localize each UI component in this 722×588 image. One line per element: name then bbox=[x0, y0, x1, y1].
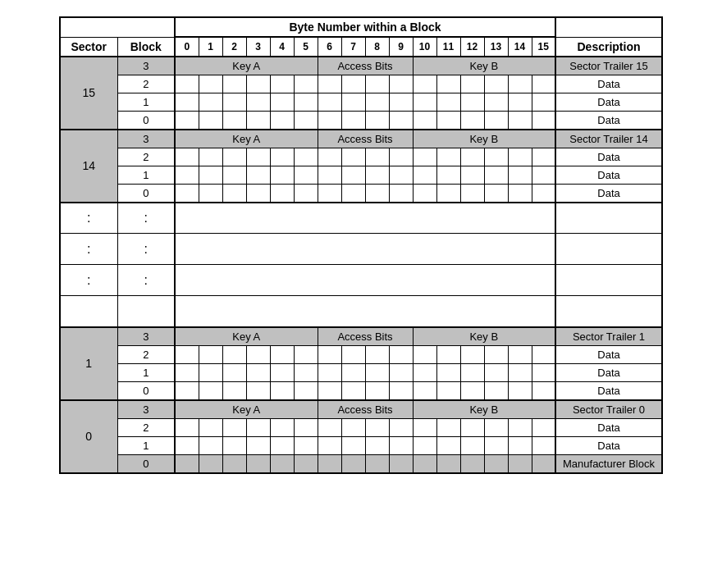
byte-15-header: 15 bbox=[532, 37, 555, 57]
sector0-keya: Key A bbox=[175, 400, 318, 419]
column-headers-row: Sector Block 0 1 2 3 4 5 6 7 8 9 10 11 1… bbox=[60, 37, 662, 57]
byte-12-header: 12 bbox=[460, 37, 484, 57]
sector14-block3-row: 14 3 Key A Access Bits Key B Sector Trai… bbox=[60, 130, 662, 148]
sector0-block2-row: 2 Data bbox=[60, 418, 662, 436]
sector1-block2-row: 2 Data bbox=[60, 345, 662, 363]
sector15-accessbits: Access Bits bbox=[318, 57, 413, 75]
main-table: Byte Number within a Block Sector Block … bbox=[59, 16, 663, 474]
sector14-accessbits: Access Bits bbox=[318, 130, 413, 148]
sector1-keyb: Key B bbox=[413, 327, 555, 346]
sector-column-header: Sector bbox=[60, 37, 117, 57]
sector15-block3-row: 15 3 Key A Access Bits Key B Sector Trai… bbox=[60, 57, 662, 75]
sector0-label: 0 bbox=[60, 400, 117, 473]
sector14-block3-num: 3 bbox=[117, 130, 175, 148]
byte-number-title: Byte Number within a Block bbox=[175, 17, 555, 37]
sector14-block2-row: 2 Data bbox=[60, 148, 662, 166]
sector15-keyb: Key B bbox=[413, 57, 555, 75]
description-column-header: Description bbox=[555, 37, 662, 57]
sector14-block1-row: 1 Data bbox=[60, 166, 662, 184]
sector0-block0-row: 0 Manufacturer Block bbox=[60, 454, 662, 473]
byte-1-header: 1 bbox=[199, 37, 222, 57]
byte-0-header: 0 bbox=[175, 37, 199, 57]
sector1-accessbits: Access Bits bbox=[318, 327, 413, 346]
dots-row-2: : : bbox=[60, 234, 662, 265]
sector15-block1-row: 1 Data bbox=[60, 93, 662, 111]
byte-4-header: 4 bbox=[270, 37, 294, 57]
sector14-keyb: Key B bbox=[413, 130, 555, 148]
sector15-block1-desc: Data bbox=[555, 93, 662, 111]
sector14-keya: Key A bbox=[175, 130, 318, 148]
sector1-block3-row: 1 3 Key A Access Bits Key B Sector Trail… bbox=[60, 327, 662, 346]
sector0-block3-desc: Sector Trailer 0 bbox=[555, 400, 662, 419]
byte-7-header: 7 bbox=[341, 37, 365, 57]
dots-row-3: : : bbox=[60, 265, 662, 296]
byte-number-header-row: Byte Number within a Block bbox=[60, 17, 662, 37]
sector15-keya: Key A bbox=[175, 57, 318, 75]
byte-10-header: 10 bbox=[413, 37, 436, 57]
sector15-block1-num: 1 bbox=[117, 93, 175, 111]
sector15-block0-desc: Data bbox=[555, 111, 662, 130]
sector1-block1-row: 1 Data bbox=[60, 363, 662, 381]
byte-2-header: 2 bbox=[222, 37, 246, 57]
sector14-block3-desc: Sector Trailer 14 bbox=[555, 130, 662, 148]
byte-13-header: 13 bbox=[484, 37, 508, 57]
byte-9-header: 9 bbox=[389, 37, 413, 57]
sector15-block3-desc: Sector Trailer 15 bbox=[555, 57, 662, 75]
byte-6-header: 6 bbox=[318, 37, 341, 57]
byte-8-header: 8 bbox=[365, 37, 389, 57]
sector15-block3-num: 3 bbox=[117, 57, 175, 75]
sector0-accessbits: Access Bits bbox=[318, 400, 413, 419]
sector15-block2-num: 2 bbox=[117, 75, 175, 93]
byte-11-header: 11 bbox=[436, 37, 460, 57]
dots-sector-1: : bbox=[60, 203, 117, 234]
sector1-block0-row: 0 Data bbox=[60, 381, 662, 400]
sector14-block0-row: 0 Data bbox=[60, 184, 662, 203]
block-column-header: Block bbox=[117, 37, 175, 57]
sector1-label: 1 bbox=[60, 327, 117, 400]
sector15-block2-desc: Data bbox=[555, 75, 662, 93]
dots-row-1: : : bbox=[60, 203, 662, 234]
sector0-block1-row: 1 Data bbox=[60, 436, 662, 454]
byte-3-header: 3 bbox=[246, 37, 270, 57]
sector1-keya: Key A bbox=[175, 327, 318, 346]
sector0-block3-row: 0 3 Key A Access Bits Key B Sector Trail… bbox=[60, 400, 662, 419]
sector14-label: 14 bbox=[60, 130, 117, 203]
sector0-keyb: Key B bbox=[413, 400, 555, 419]
sector15-block2-row: 2 Data bbox=[60, 75, 662, 93]
manufacturer-block-desc: Manufacturer Block bbox=[555, 454, 662, 473]
sector15-label: 15 bbox=[60, 57, 117, 130]
byte-5-header: 5 bbox=[294, 37, 318, 57]
dots-row-4 bbox=[60, 296, 662, 327]
sector15-block0-row: 0 Data bbox=[60, 111, 662, 130]
sector1-block3-desc: Sector Trailer 1 bbox=[555, 327, 662, 346]
byte-14-header: 14 bbox=[508, 37, 532, 57]
sector15-block0-num: 0 bbox=[117, 111, 175, 130]
